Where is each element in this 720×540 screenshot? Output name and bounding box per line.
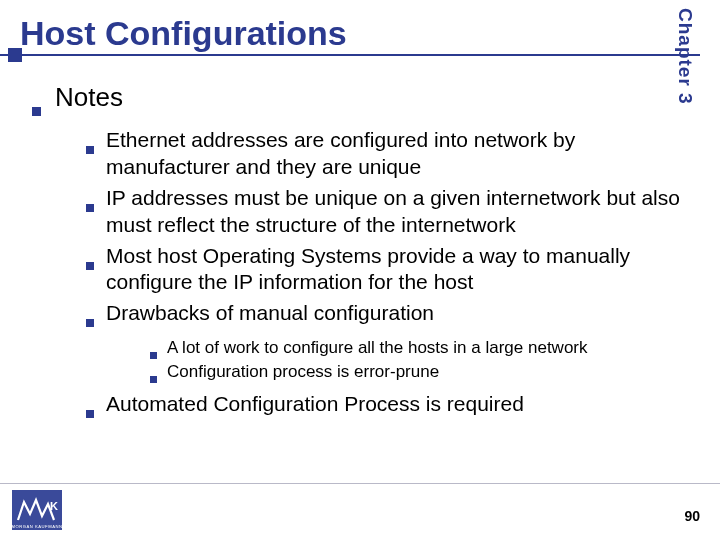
svg-text:MORGAN KAUFMANN: MORGAN KAUFMANN xyxy=(12,524,62,529)
square-bullet-icon xyxy=(150,376,157,383)
lvl2-text: Drawbacks of manual configuration xyxy=(106,300,434,327)
square-bullet-icon xyxy=(86,204,94,212)
list-item: Drawbacks of manual configuration xyxy=(86,300,680,327)
list-item: Ethernet addresses are configured into n… xyxy=(86,127,680,181)
lvl3-text: Configuration process is error-prune xyxy=(167,361,439,383)
lvl3-text: A lot of work to configure all the hosts… xyxy=(167,337,588,359)
square-bullet-icon xyxy=(86,146,94,154)
list-item: Notes xyxy=(32,82,680,113)
svg-text:K: K xyxy=(50,500,58,512)
lvl2-text: Automated Configuration Process is requi… xyxy=(106,391,524,418)
lvl2-text: IP addresses must be unique on a given i… xyxy=(106,185,680,239)
title-rule xyxy=(0,54,700,56)
list-item: Most host Operating Systems provide a wa… xyxy=(86,243,680,297)
slide-title: Host Configurations xyxy=(20,14,648,59)
lvl2-text: Most host Operating Systems provide a wa… xyxy=(106,243,680,297)
square-bullet-icon xyxy=(150,352,157,359)
list-item: IP addresses must be unique on a given i… xyxy=(86,185,680,239)
title-bar: Host Configurations xyxy=(20,14,648,59)
publisher-logo: MORGAN KAUFMANN K xyxy=(12,490,62,530)
content-area: Notes Ethernet addresses are configured … xyxy=(32,82,680,422)
page-number: 90 xyxy=(684,508,700,524)
list-item: Automated Configuration Process is requi… xyxy=(86,391,680,418)
footer-rule xyxy=(0,483,720,484)
lvl1-label: Notes xyxy=(55,82,123,113)
slide: Chapter 3 Host Configurations Notes Ethe… xyxy=(0,0,720,540)
list-item: A lot of work to configure all the hosts… xyxy=(150,337,680,359)
list-item: Configuration process is error-prune xyxy=(150,361,680,383)
title-accent-square-icon xyxy=(8,48,22,62)
square-bullet-icon xyxy=(86,262,94,270)
lvl2-text: Ethernet addresses are configured into n… xyxy=(106,127,680,181)
square-bullet-icon xyxy=(86,410,94,418)
square-bullet-icon xyxy=(86,319,94,327)
square-bullet-icon xyxy=(32,107,41,116)
